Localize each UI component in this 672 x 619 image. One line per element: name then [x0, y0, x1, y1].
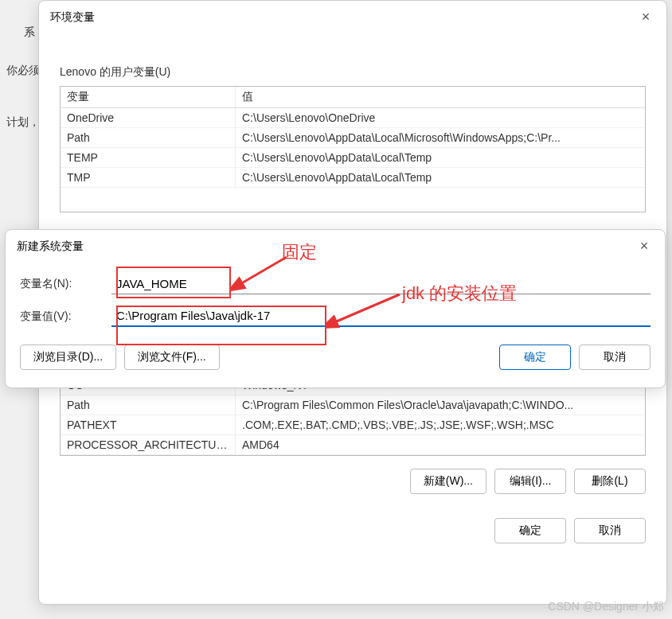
close-icon[interactable]: ×	[636, 9, 655, 25]
table-row[interactable]: PATHEXT .COM;.EXE;.BAT;.CMD;.VBS;.VBE;.J…	[61, 415, 645, 435]
bg-text: 计划，	[6, 115, 40, 130]
var-value: C:\Users\Lenovo\OneDrive	[236, 108, 645, 127]
system-vars-buttons: 新建(W)... 编辑(I)... 删除(L)	[60, 469, 646, 494]
var-value: C:\Users\Lenovo\AppData\Local\Temp	[236, 148, 645, 167]
browse-dir-button[interactable]: 浏览目录(D)...	[20, 345, 116, 370]
bg-text: 你必须	[6, 64, 40, 78]
table-row[interactable]: TMP C:\Users\Lenovo\AppData\Local\Temp	[61, 168, 645, 188]
var-value: .COM;.EXE;.BAT;.CMD;.VBS;.VBE;.JS;.JSE;.…	[236, 415, 645, 434]
var-name-input[interactable]	[111, 274, 651, 294]
header-val[interactable]: 值	[236, 87, 645, 107]
dialog-title-text: 环境变量	[50, 10, 95, 25]
var-value-row: 变量值(V):	[20, 306, 651, 327]
user-vars-table: 变量 值 OneDrive C:\Users\Lenovo\OneDrive P…	[60, 86, 646, 212]
dialog-titlebar: 新建系统变量 ×	[6, 230, 665, 263]
browse-file-button[interactable]: 浏览文件(F)...	[124, 345, 220, 370]
header-var[interactable]: 变量	[61, 87, 236, 107]
dialog-buttons: 确定 取消	[60, 518, 646, 543]
dialog-titlebar: 环境变量 ×	[39, 1, 666, 33]
table-header: 变量 值	[61, 87, 645, 108]
table-row[interactable]: PROCESSOR_ARCHITECTURE AMD64	[61, 435, 645, 455]
table-row[interactable]: OneDrive C:\Users\Lenovo\OneDrive	[61, 108, 645, 128]
var-name: Path	[61, 395, 236, 415]
watermark: CSDN @Designer 小郑	[548, 600, 664, 614]
dialog-footer: 浏览目录(D)... 浏览文件(F)... 确定 取消	[20, 345, 651, 370]
table-row[interactable]: TEMP C:\Users\Lenovo\AppData\Local\Temp	[61, 148, 645, 168]
ok-button[interactable]: 确定	[499, 345, 571, 370]
var-name: TMP	[61, 168, 236, 187]
var-value-input[interactable]	[111, 306, 651, 327]
table-row[interactable]: Path C:\Program Files\Common Files\Oracl…	[61, 395, 645, 415]
new-button[interactable]: 新建(W)...	[410, 469, 486, 494]
var-value-label: 变量值(V):	[20, 310, 111, 324]
ok-button[interactable]: 确定	[494, 518, 566, 543]
new-system-var-dialog: 新建系统变量 × 变量名(N): 变量值(V): 浏览目录(D)... 浏览文件…	[5, 229, 666, 388]
var-name: OneDrive	[61, 108, 236, 127]
dialog-title-text: 新建系统变量	[17, 239, 84, 254]
var-value: AMD64	[236, 435, 645, 454]
bg-text: 系	[24, 25, 35, 40]
var-name-label: 变量名(N):	[20, 277, 111, 291]
var-name: Path	[61, 128, 236, 147]
cancel-button[interactable]: 取消	[579, 345, 651, 370]
var-name: TEMP	[61, 148, 236, 167]
edit-button[interactable]: 编辑(I)...	[494, 469, 566, 494]
var-value: C:\Users\Lenovo\AppData\Local\Microsoft\…	[236, 128, 645, 147]
close-icon[interactable]: ×	[635, 238, 654, 255]
table-row[interactable]: Path C:\Users\Lenovo\AppData\Local\Micro…	[61, 128, 645, 148]
var-name: PATHEXT	[61, 415, 236, 434]
var-value: C:\Program Files\Common Files\Oracle\Jav…	[236, 395, 645, 415]
user-vars-label: Lenovo 的用户变量(U)	[60, 65, 666, 80]
var-name: PROCESSOR_ARCHITECTURE	[61, 435, 236, 454]
var-name-row: 变量名(N):	[20, 274, 651, 294]
var-value: C:\Users\Lenovo\AppData\Local\Temp	[236, 168, 645, 187]
delete-button[interactable]: 删除(L)	[574, 469, 646, 494]
cancel-button[interactable]: 取消	[574, 518, 646, 543]
